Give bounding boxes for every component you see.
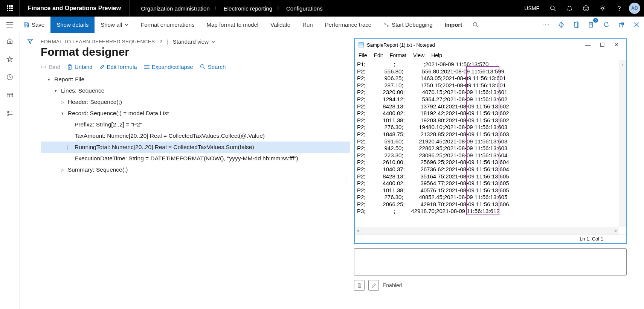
- import-button[interactable]: Import: [439, 17, 469, 33]
- nav-toggle[interactable]: [0, 17, 20, 33]
- smile-icon[interactable]: [578, 0, 594, 17]
- svg-point-6: [601, 7, 603, 9]
- menu-view[interactable]: View: [413, 52, 424, 58]
- designer-panel: FORMAT TO LEARN DEFERRED SEQUENCES : 2 |…: [41, 38, 350, 305]
- home-icon[interactable]: [0, 35, 20, 47]
- show-all-button[interactable]: Show all: [95, 17, 135, 33]
- collapse-icon[interactable]: ▾: [60, 108, 66, 119]
- format-tree: ▾ Report: File ▾ Lines: Sequence ▷ Heade…: [41, 74, 350, 175]
- attachments-badge: 0: [593, 18, 598, 23]
- close-button[interactable]: ✕: [611, 42, 622, 48]
- gear-icon[interactable]: [594, 0, 611, 17]
- menu-file[interactable]: File: [359, 52, 367, 58]
- expand-icon[interactable]: ▷: [60, 96, 66, 108]
- run-button[interactable]: Run: [296, 17, 319, 33]
- avatar[interactable]: AD: [629, 3, 640, 14]
- help-icon[interactable]: [611, 0, 627, 17]
- svg-point-14: [387, 25, 388, 27]
- app-title: Finance and Operations Preview: [20, 0, 130, 17]
- top-bar: Finance and Operations Preview Organizat…: [0, 0, 644, 17]
- tree-node-execdatetime[interactable]: ExecutionDateTime: String = DATETIMEFORM…: [41, 153, 350, 164]
- notepad-text-area[interactable]: P1; ; ;2021-08-09 11:56:13:570 P2; 556.8…: [355, 60, 626, 234]
- bell-icon[interactable]: [561, 0, 578, 17]
- start-debugging-button[interactable]: Start Debugging: [377, 17, 438, 33]
- edit-enabled-button[interactable]: [368, 280, 379, 291]
- command-bar: Save Show details Show all Format enumer…: [0, 17, 644, 33]
- format-enumerations-button[interactable]: Format enumerations: [135, 17, 201, 33]
- workspace-icon[interactable]: [0, 90, 20, 101]
- svg-line-15: [386, 24, 387, 25]
- debug-icon: [383, 22, 389, 27]
- menu-help[interactable]: Help: [431, 52, 442, 58]
- map-format-button[interactable]: Map format to model: [201, 17, 265, 33]
- minimize-button[interactable]: —: [582, 42, 594, 48]
- scrollbar-vertical[interactable]: ▲: [619, 60, 626, 227]
- bind-button[interactable]: Bind: [41, 64, 60, 70]
- description-textarea[interactable]: [354, 248, 627, 276]
- star-icon[interactable]: [0, 53, 20, 65]
- breadcrumb-item[interactable]: Organization administration: [141, 5, 210, 12]
- maximize-button[interactable]: ☐: [597, 42, 608, 48]
- tree-node-summary[interactable]: ▷ Summary: Sequence(;): [41, 164, 350, 175]
- notepad-window: SampleReport (1).txt - Notepad — ☐ ✕ Fil…: [354, 38, 627, 244]
- left-nav-rail: [0, 33, 20, 309]
- scrollbar-horizontal[interactable]: ◀▶: [355, 227, 619, 234]
- performance-trace-button[interactable]: Performance trace: [319, 17, 377, 33]
- svg-rect-29: [7, 93, 12, 97]
- svg-point-4: [585, 8, 585, 8]
- svg-rect-34: [7, 114, 8, 116]
- tree-node-lines[interactable]: ▾ Lines: Sequence: [41, 85, 350, 96]
- recent-icon[interactable]: [0, 72, 20, 83]
- notepad-title: SampleReport (1).txt - Notepad: [367, 42, 435, 48]
- menu-edit[interactable]: Edit: [374, 52, 383, 58]
- waffle-icon: [7, 5, 13, 11]
- tree-node-header[interactable]: ▷ Header: Sequence(;): [41, 96, 350, 108]
- svg-point-5: [587, 8, 587, 8]
- diamond-icon[interactable]: [554, 17, 569, 33]
- unbind-button[interactable]: Unbind: [67, 64, 93, 70]
- content: FORMAT TO LEARN DEFERRED SEQUENCES : 2 |…: [41, 33, 644, 309]
- more-icon[interactable]: ···: [539, 17, 554, 33]
- chevron-right-icon: 〉: [214, 5, 219, 12]
- breadcrumb-item[interactable]: Configurations: [286, 5, 323, 12]
- close-icon[interactable]: [629, 17, 644, 33]
- filter-icon[interactable]: [27, 38, 33, 44]
- search-icon[interactable]: [545, 0, 561, 17]
- tree-node-runningtotal[interactable]: ‖ RunningTotal: Numeric[20..20] Real = C…: [41, 142, 350, 153]
- office-icon[interactable]: [569, 17, 584, 33]
- collapse-icon[interactable]: ▾: [46, 74, 52, 85]
- notepad-icon: [359, 42, 364, 47]
- svg-point-7: [619, 10, 619, 11]
- attachments-icon[interactable]: 0: [584, 17, 599, 33]
- tree-node-report[interactable]: ▾ Report: File: [41, 74, 350, 85]
- edit-formula-button[interactable]: Edit formula: [99, 64, 137, 70]
- svg-line-1: [554, 9, 555, 11]
- expand-icon[interactable]: ▷: [60, 164, 66, 175]
- view-selector[interactable]: Standard view: [173, 38, 215, 45]
- delete-enabled-button[interactable]: [354, 280, 365, 291]
- tree-node-taxamount[interactable]: TaxAmount: Numeric[20..20] Real = Collec…: [41, 130, 350, 142]
- splitter-handle[interactable]: ⋮: [344, 178, 349, 186]
- collapse-icon[interactable]: ▾: [53, 85, 59, 96]
- company-code[interactable]: USMF: [519, 5, 545, 11]
- save-button[interactable]: Save: [20, 17, 50, 33]
- modules-icon[interactable]: [0, 108, 20, 119]
- app-launcher[interactable]: [0, 0, 20, 17]
- menu-format[interactable]: Format: [390, 52, 406, 58]
- selection-marker-icon: ‖: [66, 142, 69, 153]
- svg-line-40: [203, 68, 205, 69]
- validate-button[interactable]: Validate: [264, 17, 296, 33]
- chevron-right-icon: 〉: [277, 5, 282, 12]
- refresh-icon[interactable]: [599, 17, 614, 33]
- popout-icon[interactable]: [614, 17, 629, 33]
- separator: |: [167, 39, 168, 45]
- svg-rect-11: [25, 23, 27, 24]
- search-button[interactable]: Search: [200, 64, 226, 70]
- search-cmd-icon[interactable]: [468, 17, 483, 33]
- show-details-button[interactable]: Show details: [50, 17, 95, 33]
- tree-node-record[interactable]: ▾ Record: Sequence(;) = model.Data.List: [41, 108, 350, 119]
- tree-node-prefix2[interactable]: Prefix2: String[2..2] = "P2": [41, 119, 350, 130]
- search-icon: [200, 64, 206, 70]
- expand-collapse-button[interactable]: Expand/collapse: [144, 64, 193, 70]
- breadcrumb-item[interactable]: Electronic reporting: [224, 5, 272, 12]
